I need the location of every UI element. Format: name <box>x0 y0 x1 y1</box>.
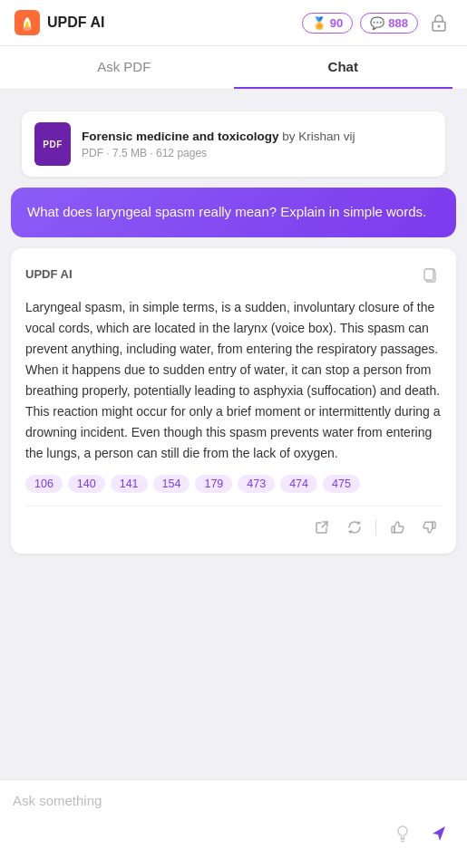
refresh-button[interactable] <box>343 516 366 539</box>
page-ref-item[interactable]: 474 <box>280 475 317 493</box>
external-link-icon <box>314 519 330 535</box>
svg-rect-6 <box>392 526 394 533</box>
updf-logo-icon <box>15 10 40 35</box>
messages-value: 888 <box>388 16 408 30</box>
messages-badge[interactable]: 💬 888 <box>360 13 418 34</box>
tab-chat[interactable]: Chat <box>234 46 453 89</box>
header-actions: 🏅 90 💬 888 <box>302 9 452 36</box>
chat-area: What does laryngeal spasm really mean? E… <box>0 177 467 779</box>
lightbulb-icon <box>393 824 413 844</box>
points-badge[interactable]: 🏅 90 <box>302 13 353 34</box>
svg-rect-7 <box>433 522 435 528</box>
ai-response-card: UPDF AI Laryngeal spasm, in simple terms… <box>11 248 456 555</box>
svg-point-3 <box>438 25 441 28</box>
inspiration-button[interactable] <box>393 824 413 844</box>
response-header: UPDF AI <box>25 263 442 286</box>
input-area <box>0 779 467 868</box>
pdf-info: Forensic medicine and toxicology by Kris… <box>82 129 433 160</box>
page-ref-item[interactable]: 473 <box>238 475 275 493</box>
like-button[interactable] <box>385 516 409 539</box>
messages-icon: 💬 <box>370 16 384 30</box>
page-ref-item[interactable]: 106 <box>25 475 63 493</box>
send-button[interactable] <box>422 817 454 850</box>
points-icon: 🏅 <box>312 16 326 30</box>
send-icon <box>427 823 449 844</box>
app-title: UPDF AI <box>47 14 104 31</box>
copy-icon <box>422 266 438 283</box>
thumbs-down-icon <box>422 519 438 535</box>
user-question: What does laryngeal spasm really mean? E… <box>11 188 456 237</box>
pdf-file-icon: PDF <box>34 122 71 166</box>
page-ref-item[interactable]: 141 <box>111 475 148 493</box>
page-ref-item[interactable]: 179 <box>195 475 232 493</box>
copy-response-button[interactable] <box>418 263 442 286</box>
action-divider <box>375 519 376 535</box>
page-references: 106140141154179473474475 <box>25 475 442 493</box>
page-ref-item[interactable]: 475 <box>323 475 360 493</box>
input-bottom-row <box>13 817 454 850</box>
response-text: Laryngeal spasm, in simple terms, is a s… <box>25 297 442 465</box>
response-actions <box>25 506 442 539</box>
tab-ask-pdf[interactable]: Ask PDF <box>15 46 234 89</box>
points-value: 90 <box>330 16 343 30</box>
pdf-meta: PDF · 7.5 MB · 612 pages <box>82 147 433 159</box>
dislike-button[interactable] <box>418 516 442 539</box>
response-author: UPDF AI <box>25 267 73 281</box>
svg-rect-5 <box>424 269 433 280</box>
pdf-title: Forensic medicine and toxicology by Kris… <box>82 129 433 145</box>
page-ref-item[interactable]: 154 <box>153 475 190 493</box>
refresh-icon <box>346 519 363 535</box>
chat-input[interactable] <box>13 793 454 808</box>
tab-bar: Ask PDF Chat <box>0 46 467 90</box>
thumbs-up-icon <box>389 519 405 535</box>
lock-button[interactable] <box>425 9 452 36</box>
logo-container: UPDF AI <box>15 10 104 35</box>
header: UPDF AI 🏅 90 💬 888 <box>0 0 467 46</box>
pdf-icon-label: PDF <box>43 140 63 149</box>
open-external-button[interactable] <box>310 516 334 539</box>
question-text: What does laryngeal spasm really mean? E… <box>27 204 426 219</box>
lock-icon <box>429 13 449 33</box>
input-row <box>13 793 454 808</box>
pdf-card[interactable]: PDF Forensic medicine and toxicology by … <box>22 111 445 177</box>
page-ref-item[interactable]: 140 <box>68 475 105 493</box>
